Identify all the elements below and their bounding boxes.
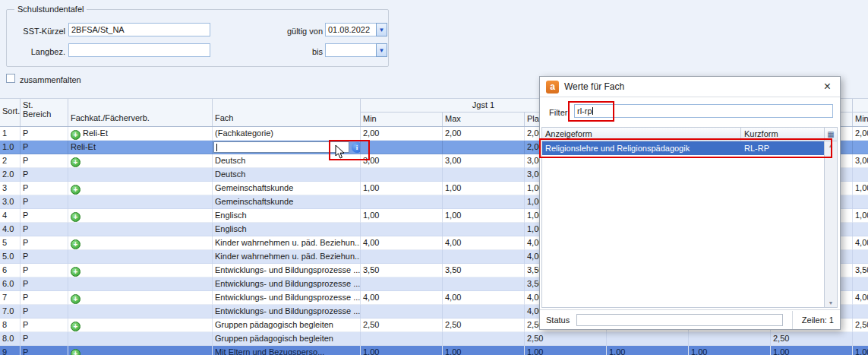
column-header-max[interactable]: Max [443,113,525,126]
cell-sort[interactable]: 5 [0,236,21,250]
column-header-sort[interactable]: Sort. [0,99,21,126]
cell-value-0[interactable] [361,277,443,291]
cell-bereich[interactable]: P [21,264,68,277]
cell-fachkat[interactable]: + [68,319,213,332]
cell-fach[interactable]: (Fachkategorie) [213,127,361,141]
add-row-icon[interactable]: + [71,212,80,222]
cell-value-0[interactable]: 1,00 [361,346,443,355]
cell-bereich[interactable]: P [21,127,68,141]
cell-fach[interactable]: Kinder wahrnehmen u. päd. Beziehun... [213,236,361,250]
column-header-min[interactable]: Min [361,113,443,126]
cell-bereich[interactable]: P [21,195,68,209]
cell-value-3[interactable] [607,332,689,346]
cell-sort[interactable]: 3 [0,182,21,195]
cell-fach[interactable]: Deutsch [213,168,361,182]
cell-fachkat[interactable] [68,223,213,236]
cell-value-4[interactable]: 1,00 [689,346,771,355]
gueltig-von-dropdown-button[interactable]: ▼ [376,23,387,36]
cell-sort[interactable]: 3.0 [0,195,21,209]
cell-value-1[interactable]: 1,00 [443,209,525,223]
cell-fachkat[interactable] [68,332,213,346]
cell-value-1[interactable]: 3,50 [443,264,525,277]
column-group-jgst3[interactable] [853,99,868,113]
cell-sort[interactable]: 7 [0,291,21,305]
cell-value-6[interactable]: 3,50 [853,264,868,277]
cell-value-1[interactable] [443,277,525,291]
add-row-icon[interactable]: + [71,239,80,249]
cell-fachkat[interactable] [68,168,213,182]
add-row-icon[interactable]: + [71,349,80,355]
cell-fachkat[interactable]: +Reli-Et [68,127,213,141]
cell-value-0[interactable] [361,332,443,346]
cell-value-2[interactable]: 2,50 [525,332,607,346]
cell-fach[interactable]: Gruppen pädagogisch begleiten [213,332,361,346]
cell-bereich[interactable]: P [21,223,68,236]
cell-sort[interactable]: 1 [0,127,21,141]
column-header-fach[interactable]: Fach [213,99,361,126]
cell-fachkat[interactable]: + [68,209,213,223]
bis-dropdown-button[interactable]: ▼ [376,43,387,57]
cell-value-6[interactable] [853,305,868,319]
column-header-st-bereich[interactable]: St. Bereich [21,99,68,126]
cell-fachkat[interactable]: Reli-Et [68,141,213,154]
cell-value-1[interactable] [443,332,525,346]
cell-fachkat[interactable]: + [68,182,213,195]
cell-sort[interactable]: 1.0 [0,141,21,154]
cell-value-1[interactable]: 2,00 [443,127,525,141]
cell-value-4[interactable] [689,332,771,346]
cell-value-6[interactable] [853,195,868,209]
cell-value-0[interactable]: 4,00 [361,291,443,305]
cell-value-6[interactable] [853,141,868,154]
cell-value-1[interactable]: 4,00 [443,236,525,250]
table-row-9[interactable]: 9P+Mit Eltern und Bezugsperso...1,001,00… [0,346,868,355]
gueltig-von-input[interactable]: 01.08.2022 [325,23,377,36]
cell-fach[interactable]: Gemeinschaftskunde [213,195,361,209]
cell-fachkat[interactable] [68,305,213,319]
cell-fach[interactable]: Englisch [213,223,361,236]
cell-fachkat[interactable]: + [68,154,213,168]
cell-bereich[interactable]: P [21,236,68,250]
cell-bereich[interactable]: P [21,209,68,223]
cell-fachkat[interactable] [68,277,213,291]
cell-sort[interactable]: 2.0 [0,168,21,182]
dialog-titlebar[interactable]: a Werte für Fach × [540,77,840,97]
cell-value-1[interactable] [443,223,525,236]
cell-value-1[interactable]: 4,00 [443,291,525,305]
close-icon[interactable]: × [821,80,834,94]
cell-value-0[interactable]: 2,00 [361,127,443,141]
cell-value-0[interactable]: 4,00 [361,236,443,250]
cell-fachkat[interactable]: + [68,346,213,355]
cell-value-6[interactable]: 2,00 [853,127,868,141]
cell-value-0[interactable] [361,168,443,182]
cell-value-6[interactable]: 4,00 [853,291,868,305]
add-row-icon[interactable]: + [71,185,80,195]
cell-value-6[interactable] [853,277,868,291]
cell-sort[interactable]: 6 [0,264,21,277]
cell-sort[interactable]: 6.0 [0,277,21,291]
cell-value-2[interactable]: 1,00 [525,346,607,355]
cell-value-0[interactable] [361,250,443,264]
cell-value-0[interactable]: 1,00 [361,182,443,195]
cell-value-6[interactable]: 2,50 [853,319,868,332]
langbez-input[interactable] [68,43,210,57]
cell-value-1[interactable] [443,168,525,182]
cell-value-0[interactable]: 3,50 [361,264,443,277]
cell-fach[interactable]: Gemeinschaftskunde [213,182,361,195]
table-row-8.0[interactable]: 8.0PGruppen pädagogisch begleiten2,502,5… [0,332,868,346]
cell-value-6[interactable]: 1,00 [853,209,868,223]
cell-bereich[interactable]: P [21,250,68,264]
cell-value-6[interactable] [853,223,868,236]
cell-fach[interactable]: Englisch [213,209,361,223]
cell-value-6[interactable]: 1,00 [853,346,868,355]
cell-value-1[interactable]: 1,00 [443,182,525,195]
cell-sort[interactable]: 9 [0,346,21,355]
cell-bereich[interactable]: P [21,319,68,332]
cell-sort[interactable]: 4.0 [0,223,21,236]
sst-kuerzel-input[interactable]: 2BFSA/St_NA [68,23,210,36]
cell-fach[interactable]: Mit Eltern und Bezugsperso... [213,346,361,355]
cell-value-3[interactable]: 1,00 [607,346,689,355]
cell-value-1[interactable]: 2,50 [443,319,525,332]
zusammenfalten-checkbox[interactable] [6,74,15,83]
cell-bereich[interactable]: P [21,291,68,305]
cell-value-5[interactable]: 2,50 [771,332,853,346]
